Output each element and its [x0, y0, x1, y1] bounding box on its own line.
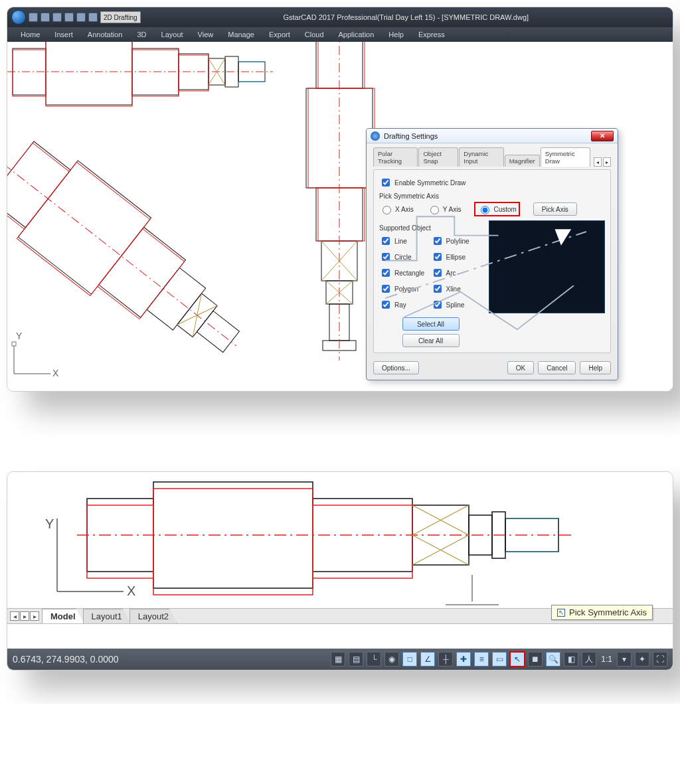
svg-text:Y: Y [16, 331, 23, 341]
app-icon[interactable] [11, 10, 26, 25]
svg-rect-19 [147, 268, 206, 330]
lock-ui-icon[interactable]: ⏹ [528, 652, 543, 666]
preview-pane [489, 220, 605, 313]
annotation-scale[interactable]: 1:1 [600, 655, 614, 664]
screenshot-statusbar: Y X ◂ ▸ ▸ Model Layout1 Layout2 ↖ Pick S… [7, 471, 673, 670]
tab-layout1[interactable]: Layout1 [83, 609, 131, 623]
polar-icon[interactable]: ◉ [384, 652, 399, 666]
svg-rect-9 [132, 50, 179, 96]
screenshot-main: 2D Drafting GstarCAD 2017 Professional(T… [7, 7, 673, 392]
qat-new[interactable] [29, 13, 38, 22]
menu-cloud[interactable]: Cloud [305, 31, 324, 39]
menu-application[interactable]: Application [339, 31, 375, 39]
qat-open[interactable] [41, 13, 50, 22]
svg-rect-35 [318, 42, 365, 88]
svg-rect-59 [313, 505, 412, 578]
tooltip-label: Pick Symmetric Axis [569, 607, 647, 617]
svg-rect-36 [308, 88, 375, 188]
osnap-icon[interactable]: □ [402, 652, 417, 666]
lineweight-icon[interactable]: ≡ [474, 652, 489, 666]
tab-model[interactable]: Model [42, 609, 84, 623]
svg-rect-43 [12, 342, 16, 346]
drawing-canvas[interactable]: Y X Drafting Settings ✕ Polar Tracking O… [7, 42, 673, 391]
selection-cycling-icon[interactable]: ◧ [564, 652, 578, 666]
svg-rect-37 [318, 188, 365, 241]
tab-prev-icon[interactable]: ▸ [20, 611, 29, 621]
drafting-settings-dialog: Drafting Settings ✕ Polar Tracking Objec… [366, 128, 618, 380]
cursor-pick-icon: ↖ [557, 609, 565, 617]
svg-line-48 [385, 232, 586, 298]
scale-dropdown-icon[interactable]: ▾ [617, 652, 632, 666]
svg-marker-49 [555, 229, 572, 246]
menu-export[interactable]: Export [269, 31, 290, 39]
menu-view[interactable]: View [198, 31, 214, 39]
qat-print[interactable] [88, 13, 98, 22]
grid-icon[interactable]: ▦ [331, 652, 345, 666]
window-title: GstarCAD 2017 Professional(Trial Day Lef… [143, 13, 669, 21]
isodraft-icon[interactable]: 人 [582, 652, 596, 666]
pick-symmetric-axis-tooltip: ↖ Pick Symmetric Axis [551, 605, 653, 620]
svg-rect-57 [87, 505, 153, 578]
svg-rect-22 [7, 143, 69, 229]
menu-help[interactable]: Help [388, 31, 404, 39]
qat-save[interactable] [52, 13, 62, 22]
menu-annotation[interactable]: Annotation [88, 31, 123, 39]
menu-insert[interactable]: Insert [54, 31, 73, 39]
svg-rect-58 [153, 489, 313, 595]
tab-first-icon[interactable]: ◂ [10, 611, 19, 621]
titlebar: 2D Drafting GstarCAD 2017 Professional(T… [7, 7, 673, 27]
svg-text:X: X [52, 368, 59, 378]
menu-3d[interactable]: 3D [137, 31, 146, 39]
statusbar: 0.6743, 274.9903, 0.0000 ▦ ▤ └ ◉ □ ∠ ┼ ✚… [7, 649, 673, 670]
grid-display-icon[interactable]: ▤ [349, 652, 363, 666]
workspace-selector[interactable]: 2D Drafting [100, 11, 141, 23]
symmetric-draw-icon[interactable]: ↖ [510, 652, 525, 666]
coordinates-readout: 0.6743, 274.9903, 0.0000 [13, 654, 132, 665]
svg-rect-10 [179, 55, 209, 91]
qat-undo[interactable] [64, 13, 74, 22]
svg-text:X: X [127, 584, 135, 598]
menu-home[interactable]: Home [21, 31, 40, 39]
menubar: Home Insert Annotation 3D Layout View Ma… [7, 27, 673, 42]
transparency-icon[interactable]: ▭ [492, 652, 507, 666]
svg-rect-16 [7, 141, 70, 228]
qat-redo[interactable] [76, 13, 86, 22]
clean-screen-icon[interactable]: ⛶ [653, 652, 667, 666]
dyn-input-icon[interactable]: ✚ [456, 652, 471, 666]
workspace-switch-icon[interactable]: ✦ [635, 652, 649, 666]
tab-layout2[interactable]: Layout2 [129, 609, 177, 623]
menu-express[interactable]: Express [418, 31, 445, 39]
otrack-icon[interactable]: ∠ [420, 652, 435, 666]
magnifier-icon[interactable]: 🔍 [546, 652, 560, 666]
svg-text:Y: Y [45, 516, 54, 531]
menu-layout[interactable]: Layout [161, 31, 183, 39]
svg-rect-1 [46, 42, 132, 105]
svg-rect-7 [13, 50, 46, 96]
svg-rect-17 [18, 161, 151, 294]
ortho-icon[interactable]: └ [367, 652, 381, 666]
svg-line-27 [177, 293, 218, 337]
dynucs-icon[interactable]: ┼ [438, 652, 453, 666]
menu-manage[interactable]: Manage [228, 31, 254, 39]
tab-next-icon[interactable]: ▸ [30, 611, 39, 621]
svg-rect-8 [46, 42, 132, 106]
svg-rect-24 [98, 229, 185, 319]
drawing-canvas-2[interactable]: Y X [7, 472, 673, 608]
svg-rect-23 [17, 162, 150, 295]
